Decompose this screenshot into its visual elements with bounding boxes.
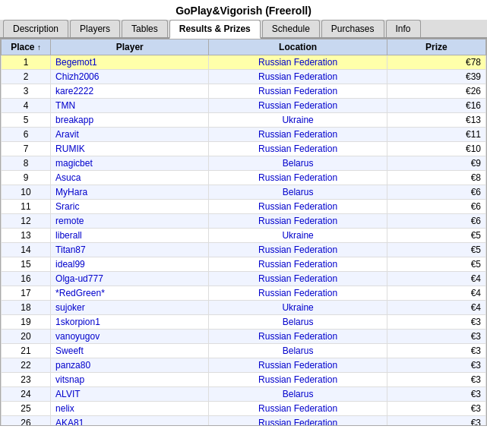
cell-location: Russian Federation	[209, 330, 387, 344]
col-player[interactable]: Player	[51, 39, 209, 55]
cell-location: Russian Federation	[209, 257, 387, 272]
cell-prize: €3	[387, 344, 485, 358]
cell-prize: €5	[387, 229, 485, 243]
cell-place: 15	[2, 257, 51, 272]
cell-place: 24	[2, 387, 51, 402]
cell-player[interactable]: *RedGreen*	[51, 286, 209, 301]
cell-player[interactable]: AKA81	[51, 416, 209, 427]
table-row: 11SraricRussian Federation€6	[2, 200, 486, 214]
table-row: 1Begemot1Russian Federation€78	[2, 55, 486, 70]
tab-schedule[interactable]: Schedule	[262, 20, 320, 37]
cell-player[interactable]: Chizh2006	[51, 70, 209, 84]
cell-place: 13	[2, 229, 51, 243]
table-row: 5breakappUkraine€13	[2, 113, 486, 128]
cell-place: 16	[2, 272, 51, 286]
cell-location: Russian Federation	[209, 55, 387, 70]
table-row: 6AravitRussian Federation€11	[2, 128, 486, 142]
cell-player[interactable]: RUMIK	[51, 142, 209, 156]
table-row: 25nelixRussian Federation€3	[2, 402, 486, 416]
cell-player[interactable]: Titan87	[51, 243, 209, 257]
table-row: 20vanoyugovRussian Federation€3	[2, 330, 486, 344]
cell-player[interactable]: MyHara	[51, 185, 209, 200]
table-row: 24ALVITBelarus€3	[2, 387, 486, 402]
tab-results[interactable]: Results & Prizes	[169, 20, 261, 39]
cell-place: 25	[2, 402, 51, 416]
cell-location: Russian Federation	[209, 373, 387, 387]
cell-location: Russian Federation	[209, 358, 387, 373]
cell-location: Russian Federation	[209, 402, 387, 416]
cell-prize: €3	[387, 373, 485, 387]
cell-place: 5	[2, 113, 51, 128]
cell-prize: €8	[387, 171, 485, 185]
table-row: 10MyHaraBelarus€6	[2, 185, 486, 200]
cell-player[interactable]: Olga-ud777	[51, 272, 209, 286]
table-row: 8magicbetBelarus€9	[2, 156, 486, 171]
cell-player[interactable]: remote	[51, 214, 209, 229]
cell-player[interactable]: TMN	[51, 99, 209, 113]
cell-player[interactable]: vanoyugov	[51, 330, 209, 344]
cell-player[interactable]: kare2222	[51, 84, 209, 99]
cell-player[interactable]: sujoker	[51, 301, 209, 315]
col-place[interactable]: Place ↑	[2, 39, 51, 55]
cell-player[interactable]: liberall	[51, 229, 209, 243]
cell-player[interactable]: magicbet	[51, 156, 209, 171]
cell-player[interactable]: Sweeft	[51, 344, 209, 358]
cell-location: Russian Federation	[209, 200, 387, 214]
cell-location: Russian Federation	[209, 214, 387, 229]
tab-info[interactable]: Info	[386, 20, 421, 37]
cell-location: Russian Federation	[209, 171, 387, 185]
cell-prize: €16	[387, 99, 485, 113]
tab-tables[interactable]: Tables	[122, 20, 168, 37]
cell-player[interactable]: ideal99	[51, 257, 209, 272]
cell-place: 12	[2, 214, 51, 229]
cell-player[interactable]: vitsnap	[51, 373, 209, 387]
tab-players[interactable]: Players	[70, 20, 120, 37]
cell-place: 17	[2, 286, 51, 301]
cell-location: Russian Federation	[209, 128, 387, 142]
col-prize[interactable]: Prize	[387, 39, 485, 55]
cell-player[interactable]: Begemot1	[51, 55, 209, 70]
cell-location: Belarus	[209, 344, 387, 358]
cell-prize: €26	[387, 84, 485, 99]
cell-location: Russian Federation	[209, 416, 387, 427]
tab-bar: Description Players Tables Results & Pri…	[0, 20, 487, 39]
cell-place: 23	[2, 373, 51, 387]
table-row: 14Titan87Russian Federation€5	[2, 243, 486, 257]
cell-location: Russian Federation	[209, 272, 387, 286]
cell-place: 3	[2, 84, 51, 99]
cell-prize: €3	[387, 387, 485, 402]
tab-description[interactable]: Description	[3, 20, 68, 37]
cell-prize: €4	[387, 301, 485, 315]
results-table-container[interactable]: Place ↑ Player Location Prize 1Begemot1R…	[0, 39, 487, 426]
cell-place: 8	[2, 156, 51, 171]
cell-prize: €3	[387, 416, 485, 427]
cell-prize: €6	[387, 214, 485, 229]
cell-player[interactable]: breakapp	[51, 113, 209, 128]
cell-player[interactable]: panza80	[51, 358, 209, 373]
cell-place: 11	[2, 200, 51, 214]
cell-prize: €4	[387, 286, 485, 301]
cell-place: 21	[2, 344, 51, 358]
table-row: 22panza80Russian Federation€3	[2, 358, 486, 373]
table-row: 12remoteRussian Federation€6	[2, 214, 486, 229]
tab-purchases[interactable]: Purchases	[321, 20, 384, 37]
cell-location: Ukraine	[209, 113, 387, 128]
cell-prize: €3	[387, 315, 485, 330]
cell-place: 4	[2, 99, 51, 113]
cell-player[interactable]: Asuca	[51, 171, 209, 185]
cell-prize: €6	[387, 200, 485, 214]
cell-place: 19	[2, 315, 51, 330]
cell-place: 18	[2, 301, 51, 315]
table-row: 18sujokerUkraine€4	[2, 301, 486, 315]
cell-player[interactable]: nelix	[51, 402, 209, 416]
cell-place: 20	[2, 330, 51, 344]
table-row: 17*RedGreen*Russian Federation€4	[2, 286, 486, 301]
cell-place: 6	[2, 128, 51, 142]
cell-player[interactable]: 1skorpion1	[51, 315, 209, 330]
cell-prize: €6	[387, 185, 485, 200]
cell-player[interactable]: Aravit	[51, 128, 209, 142]
col-location[interactable]: Location	[209, 39, 387, 55]
cell-player[interactable]: Sraric	[51, 200, 209, 214]
cell-player[interactable]: ALVIT	[51, 387, 209, 402]
title-bar: GoPlay&Vigorish (Freeroll)	[0, 0, 487, 20]
